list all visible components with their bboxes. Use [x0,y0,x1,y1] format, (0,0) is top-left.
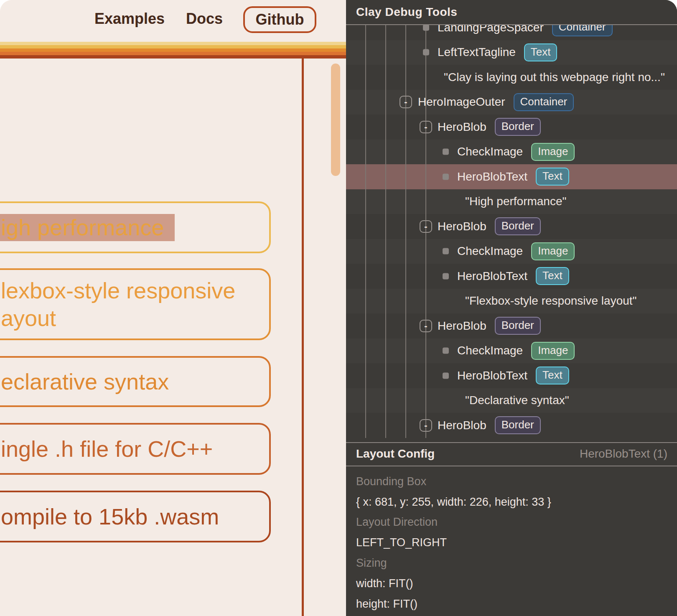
hero-feature-text: ompile to 15kb .wasm [1,503,269,530]
element-name: CheckImage [457,145,523,158]
vertical-divider [302,59,304,616]
leaf-bullet-icon [443,348,449,354]
config-value: { x: 681, y: 255, width: 226, height: 33… [356,492,667,512]
element-type-badge: Border [495,118,541,136]
tree-row-HeroBlob: -HeroBlobBorder [346,214,677,239]
layout-config-title: Layout Config [356,447,435,461]
clay-website-window: ExamplesDocs Github igh performancelexbo… [0,0,677,616]
tree-row-label-group[interactable]: HeroBlobBorder [438,313,541,339]
indent-guide-line [405,25,406,438]
element-type-badge: Text [536,267,569,285]
tree-text-content: "Clay is laying out this webpage right n… [444,65,665,90]
element-name: HeroImageOuter [418,95,505,109]
tree-row-HeroBlobText: HeroBlobTextText [346,363,677,388]
element-name: HeroBlob [438,419,486,432]
indent-guide-line [365,25,366,438]
config-label: Bounding Box [356,471,667,492]
element-name: CheckImage [457,244,523,258]
selected-element-label: HeroBlobText (1) [580,447,667,461]
element-type-badge: Border [495,217,541,235]
leaf-bullet-icon [443,248,449,255]
hero-feature-box: lexbox-style responsiveayout [0,268,271,340]
tree-text-content: "Flexbox-style responsive layout" [465,289,637,314]
hero-feature-box: ingle .h file for C/C++ [0,423,271,475]
element-name: LeftTextTagline [438,46,516,59]
tree-row-CheckImage: CheckImageImage [346,339,677,364]
element-name: HeroBlob [438,220,486,233]
element-type-badge: Border [495,317,541,335]
tree-row-HeroImageOuter: -HeroImageOuterContainer [346,90,677,115]
element-name: HeroBlobText [457,369,527,382]
tree-row-label-group[interactable]: HeroBlobBorder [438,214,541,239]
hero-feature-text: ayout [1,304,269,332]
collapse-toggle-icon[interactable]: - [420,419,432,432]
tree-text-content: "Declarative syntax" [465,388,569,413]
tree-row-HeroBlob: -HeroBlobBorder [346,313,677,339]
tree-row-label-group[interactable]: CheckImageImage [457,339,575,364]
element-type-badge: Image [531,143,575,161]
element-name: HeroBlob [438,120,486,134]
element-name: CheckImage [457,344,523,357]
element-type-badge: Image [531,342,575,360]
collapse-toggle-icon[interactable]: - [420,220,432,233]
element-type-badge: Text [524,43,557,61]
leaf-bullet-icon [443,372,449,379]
layout-config-header: Layout Config HeroBlobText (1) [346,443,677,465]
tree-row-label-group[interactable]: LeftTextTaglineText [438,40,557,65]
element-type-badge: Image [531,242,575,260]
element-name: HeroBlobText [457,170,527,183]
tree-row-label-group[interactable]: HeroBlobTextText [457,363,569,388]
hero-feature-box: ompile to 15kb .wasm [0,491,271,542]
tree-row-label-group[interactable]: HeroImageOuterContainer [418,90,574,115]
page-scrollbar-thumb[interactable] [331,64,340,176]
leaf-bullet-icon [423,49,429,56]
tree-row-label-group[interactable]: HeroBlobTextText [457,264,569,289]
hero-feature-text: igh performance [1,214,269,241]
tree-text-content-row: "Flexbox-style responsive layout" [346,289,677,314]
element-name: HeroBlob [438,319,486,333]
tree-row-label-group[interactable]: HeroBlobTextText [457,164,569,189]
element-type-badge: Text [536,168,569,186]
config-label: Sizing [356,553,667,573]
element-tree: LandingPageSpacerContainerLeftTextTaglin… [346,15,677,438]
config-label: Layout Direction [356,512,667,533]
leaf-bullet-icon [443,173,449,180]
clay-debug-panel: LandingPageSpacerContainerLeftTextTaglin… [346,0,677,616]
tree-row-label-group[interactable]: HeroBlobBorder [438,413,541,438]
element-type-badge: Container [514,93,574,111]
hero-feature-text: ingle .h file for C/C++ [1,435,269,463]
debug-panel-header: Clay Debug Tools [346,0,677,25]
hero-feature-box: igh performance [0,201,271,253]
element-type-badge: Border [495,416,541,434]
collapse-toggle-icon[interactable]: - [400,96,412,108]
element-type-badge: Text [536,367,569,384]
collapse-toggle-icon[interactable]: - [420,121,432,133]
tree-row-LeftTextTagline: LeftTextTaglineText [346,40,677,65]
tree-text-content-row: "Clay is laying out this webpage right n… [346,65,677,90]
config-value: LEFT_TO_RIGHT [356,532,667,553]
tree-row-CheckImage: CheckImageImage [346,239,677,264]
tree-text-content-row: "Declarative syntax" [346,388,677,413]
collapse-toggle-icon[interactable]: - [420,320,432,332]
tree-row-label-group[interactable]: CheckImageImage [457,239,575,264]
hero-feature-text: lexbox-style responsive [1,277,269,304]
element-name: HeroBlobText [457,270,527,283]
tree-row-label-group[interactable]: HeroBlobBorder [438,115,541,140]
leaf-bullet-icon [423,24,429,31]
tree-row-label-group[interactable]: CheckImageImage [457,140,575,165]
tree-row-HeroBlob: -HeroBlobBorder [346,413,677,438]
nav-item-docs[interactable]: Docs [186,10,223,28]
config-value: height: FIT() [356,594,667,614]
config-value: width: FIT() [356,573,667,594]
tree-row-HeroBlob: -HeroBlobBorder [346,115,677,140]
tree-text-content: "High performance" [465,189,566,214]
hero-feature-text: eclarative syntax [1,368,269,395]
tree-row-HeroBlobText: HeroBlobTextText [346,264,677,289]
debug-panel-title: Clay Debug Tools [356,5,457,19]
leaf-bullet-icon [443,273,449,279]
tree-row-HeroBlobText: HeroBlobTextText [346,164,677,189]
github-button[interactable]: Github [243,6,316,33]
indent-guide-line [385,25,386,438]
layout-config-body: Bounding Box{ x: 681, y: 255, width: 226… [356,466,667,614]
nav-item-examples[interactable]: Examples [94,10,165,28]
